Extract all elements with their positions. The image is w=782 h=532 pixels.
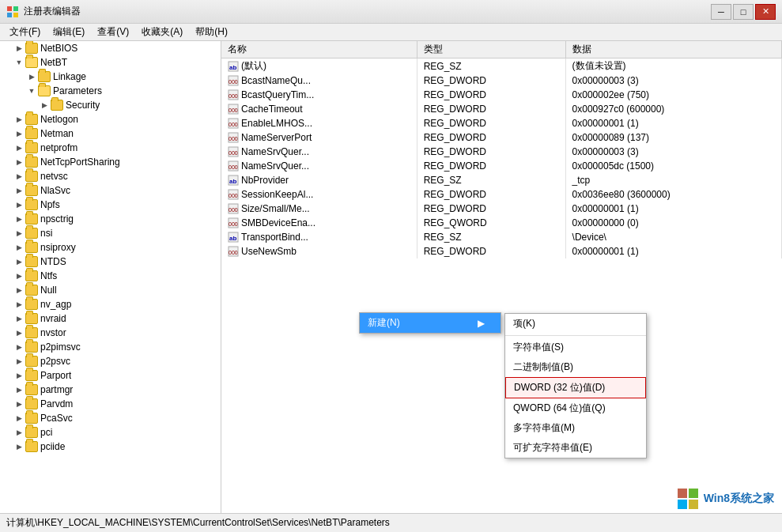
tree-item-ntds[interactable]: ▶NTDS [0,255,221,269]
tree-item-netlogon[interactable]: ▶Netlogon [0,112,221,126]
tree-item-null[interactable]: ▶Null [0,283,221,297]
tree-item-netprofm[interactable]: ▶netprofm [0,141,221,155]
submenu-item-3[interactable]: DWORD (32 位)值(D) [505,377,646,398]
table-row[interactable]: ab(默认)REG_SZ(数值未设置) [221,58,782,74]
tree-expander-npfs[interactable]: ▶ [13,198,25,211]
tree-expander-nsi[interactable]: ▶ [13,227,25,240]
tree-item-netman[interactable]: ▶Netman [0,126,221,141]
tree-item-pci[interactable]: ▶pci [0,425,221,440]
tree-expander-parport[interactable]: ▶ [13,369,25,382]
tree-item-p2psvc[interactable]: ▶p2psvc [0,354,221,368]
tree-item-nettcpportsharing[interactable]: ▶NetTcpPortSharing [0,155,221,169]
tree-item-npfs[interactable]: ▶Npfs [0,198,221,212]
table-row[interactable]: 000NameSrvQuer...REG_DWORD0x000005dc (15… [221,159,782,173]
submenu-item-5[interactable]: 多字符串值(M) [505,418,646,438]
tree-item-pcasvc[interactable]: ▶PcaSvc [0,411,221,425]
tree-expander-netman[interactable]: ▶ [13,127,25,140]
tree-item-nv_agp[interactable]: ▶nv_agp [0,297,221,311]
tree-expander-nvstor[interactable]: ▶ [13,326,25,339]
tree-expander-parameters[interactable]: ▼ [25,85,38,97]
cell-data-9: 0x0036ee80 (3600000) [565,187,781,202]
tree-expander-nettcpportsharing[interactable]: ▶ [13,156,25,168]
tree-item-netvsc[interactable]: ▶netvsc [0,169,221,183]
tree-expander-partmgr[interactable]: ▶ [13,383,25,396]
table-row[interactable]: 000EnableLMHOS...REG_DWORD0x00000001 (1) [221,116,782,130]
tree-item-p2pimsvc[interactable]: ▶p2pimsvc [0,340,221,354]
tree-item-nvraid[interactable]: ▶nvraid [0,311,221,326]
menu-item-f[interactable]: 文件(F) [3,24,47,40]
tree-expander-pciide[interactable]: ▶ [13,440,25,453]
cell-data-6: 0x00000003 (3) [565,145,781,159]
tree-item-parport[interactable]: ▶Parport [0,368,221,383]
tree-item-nsi[interactable]: ▶nsi [0,226,221,240]
tree-expander-netvsc[interactable]: ▶ [13,170,25,183]
table-row[interactable]: 000BcastQueryTim...REG_DWORD0x000002ee (… [221,88,782,102]
tree-expander-ntds[interactable]: ▶ [13,255,25,268]
svg-text:ab: ab [229,178,236,185]
tree-item-partmgr[interactable]: ▶partmgr [0,383,221,397]
table-row[interactable]: 000SMBDeviceEna...REG_QWORD0x00000000 (0… [221,216,782,230]
tree-expander-nvraid[interactable]: ▶ [13,312,25,325]
submenu[interactable]: 项(K)字符串值(S)二进制制值(B)DWORD (32 位)值(D)QWORD… [504,313,647,458]
minimize-button[interactable]: ─ [711,4,731,20]
tree-item-linkage[interactable]: ▶Linkage [0,70,221,84]
tree-expander-netbios[interactable]: ▶ [13,42,25,55]
table-row[interactable]: 000NameServerPortREG_DWORD0x00000089 (13… [221,130,782,145]
tree-item-security[interactable]: ▶Security [0,98,221,112]
tree-expander-nsiproxy[interactable]: ▶ [13,241,25,254]
tree-expander-linkage[interactable]: ▶ [25,70,38,83]
tree-expander-p2psvc[interactable]: ▶ [13,355,25,368]
tree-item-nsiproxy[interactable]: ▶nsiproxy [0,240,221,255]
tree-expander-pcasvc[interactable]: ▶ [13,412,25,424]
table-row[interactable]: 000BcastNameQu...REG_DWORD0x00000003 (3) [221,74,782,88]
tree-expander-pci[interactable]: ▶ [13,426,25,439]
tree-item-nvstor[interactable]: ▶nvstor [0,326,221,340]
tree-expander-nlasvc[interactable]: ▶ [13,184,25,197]
tree-item-npsctrig[interactable]: ▶npsctrig [0,212,221,226]
tree-item-ntfs[interactable]: ▶Ntfs [0,269,221,283]
reg-entry-icon: 000 [228,189,241,200]
table-row[interactable]: abTransportBind...REG_SZ\Device\ [221,230,782,244]
submenu-item-1[interactable]: 字符串值(S) [505,338,646,357]
tree-expander-npsctrig[interactable]: ▶ [13,213,25,225]
tree-expander-nv_agp[interactable]: ▶ [13,298,25,311]
maximize-button[interactable]: □ [733,4,754,20]
close-button[interactable]: ✕ [755,4,776,20]
context-menu[interactable]: 新建(N) ▶ 项(K)字符串值(S)二进制制值(B)DWORD (32 位)值… [359,312,501,334]
tree-label-security: Security [66,100,100,111]
tree-expander-null[interactable]: ▶ [13,284,25,296]
tree-item-parameters[interactable]: ▼Parameters [0,84,221,98]
tree-panel[interactable]: ▶NetBIOS▼NetBT▶Linkage▼Parameters▶Securi… [0,41,221,513]
tree-item-parvdm[interactable]: ▶Parvdm [0,397,221,411]
folder-icon-nvstor [25,327,38,338]
submenu-item-6[interactable]: 可扩充字符串值(E) [505,438,646,458]
tree-item-netbt[interactable]: ▼NetBT [0,55,221,70]
table-row[interactable]: 000NameSrvQuer...REG_DWORD0x00000003 (3) [221,145,782,159]
table-row[interactable]: 000SessionKeepAl...REG_DWORD0x0036ee80 (… [221,187,782,202]
tree-item-pciide[interactable]: ▶pciide [0,440,221,454]
submenu-item-0[interactable]: 项(K) [505,314,646,334]
tree-item-netbios[interactable]: ▶NetBIOS [0,41,221,55]
table-row[interactable]: 000CacheTimeoutREG_DWORD0x000927c0 (6000… [221,102,782,116]
submenu-item-2[interactable]: 二进制制值(B) [505,357,646,377]
submenu-item-4[interactable]: QWORD (64 位)值(Q) [505,398,646,418]
menu-item-h[interactable]: 帮助(H) [189,24,234,40]
tree-expander-netlogon[interactable]: ▶ [13,113,25,126]
table-row[interactable]: 000Size/Small/Me...REG_DWORD0x00000001 (… [221,202,782,216]
tree-expander-ntfs[interactable]: ▶ [13,270,25,282]
menu-item-v[interactable]: 查看(V) [91,24,135,40]
right-panel[interactable]: 名称 类型 数据 ab(默认)REG_SZ(数值未设置)000BcastName… [221,41,782,513]
menu-item-a[interactable]: 收藏夹(A) [135,24,189,40]
new-menu-item[interactable]: 新建(N) ▶ [360,313,501,333]
tree-expander-netbt[interactable]: ▼ [13,56,25,69]
menu-item-e[interactable]: 编辑(E) [47,24,91,40]
tree-expander-parvdm[interactable]: ▶ [13,398,25,410]
table-row[interactable]: 000UseNewSmbREG_DWORD0x00000001 (1) [221,244,782,258]
tree-expander-p2pimsvc[interactable]: ▶ [13,341,25,353]
tree-item-nlasvc[interactable]: ▶NlaSvc [0,183,221,198]
tree-expander-security[interactable]: ▶ [38,99,51,111]
tree-label-nlasvc: NlaSvc [40,185,70,196]
folder-icon-netprofm [25,142,38,153]
table-row[interactable]: abNbProviderREG_SZ_tcp [221,173,782,187]
tree-expander-netprofm[interactable]: ▶ [13,141,25,154]
